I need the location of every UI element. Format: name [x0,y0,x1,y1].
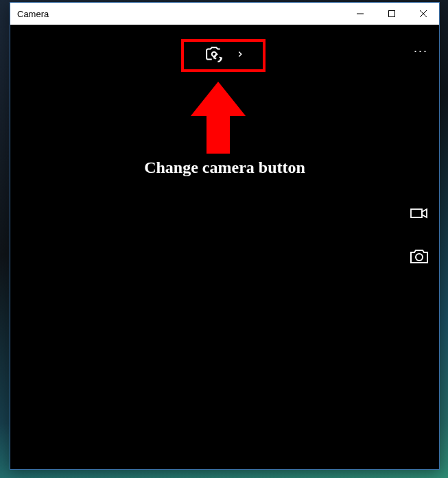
minimize-icon [357,10,364,17]
maximize-icon [388,10,395,17]
camera-viewport: ··· [10,25,439,469]
photo-camera-icon [409,248,429,265]
camera-switch-icon [205,45,223,66]
svg-rect-5 [411,209,422,217]
video-mode-button[interactable] [410,206,428,220]
more-horizontal-icon: ··· [414,44,428,58]
side-controls [409,206,429,265]
svg-rect-1 [389,11,395,17]
change-camera-button[interactable] [194,40,256,71]
top-toolbar [10,38,439,73]
close-icon [420,10,427,17]
chevron-right-icon [235,49,245,62]
camera-app-window: Camera [10,2,440,470]
minimize-button[interactable] [344,3,376,25]
photo-mode-button[interactable] [409,248,429,265]
maximize-button[interactable] [376,3,408,25]
svg-marker-6 [422,209,427,217]
window-controls [344,3,439,25]
video-camera-icon [410,206,428,220]
close-button[interactable] [408,3,439,25]
svg-point-7 [416,254,423,261]
window-title: Camera [17,9,344,19]
more-options-button[interactable]: ··· [414,44,428,58]
titlebar: Camera [10,3,439,25]
